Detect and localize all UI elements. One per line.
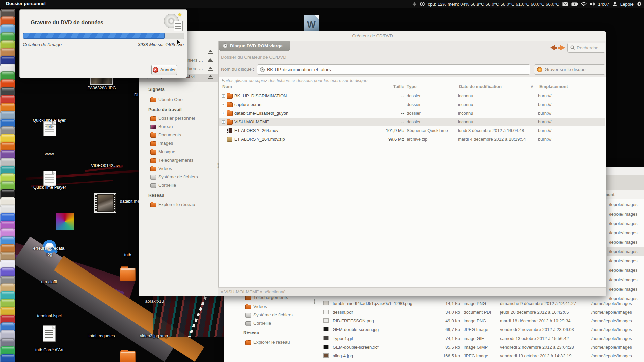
- desktop-icon-label[interactable]: aorakit-1B: [145, 299, 164, 304]
- desktop-folder-icon[interactable]: [120, 351, 136, 362]
- location-cell[interactable]: /lepole/Images: [609, 249, 638, 254]
- location-cell[interactable]: /lepole/Images: [609, 287, 638, 292]
- table-row[interactable]: +BK_UP_DISCRIMINATION--dossierinconnubur…: [219, 92, 605, 100]
- desktop-icon-label[interactable]: tntb: [124, 253, 131, 257]
- table-row[interactable]: ET ALORS ?_264.mov.zip99,6 Moarchive zip…: [219, 135, 605, 144]
- volume-icon[interactable]: [590, 2, 595, 6]
- location-cell[interactable]: /lepole/Images: [609, 202, 638, 207]
- desktop-icon-label[interactable]: VIDEO0142.avi: [91, 163, 120, 168]
- desktop-icon-label[interactable]: Di: [134, 93, 138, 97]
- wifi-icon[interactable]: [581, 2, 587, 6]
- sidebar-item[interactable]: Bureau: [158, 124, 173, 129]
- table-row[interactable]: +databit.me-Elisabeth_guyon--dossierinco…: [219, 109, 605, 118]
- desktop-file-icon[interactable]: [94, 193, 116, 213]
- system-stats-text[interactable]: cpu: 12% mem: 04% 66.8°C 66.0°C 56.0°C 6…: [428, 2, 559, 7]
- splitter-grip-icon[interactable]: ●●●●: [314, 299, 315, 304]
- table-row[interactable]: ET ALORS ?_264.mov101,9 MoSéquence Quick…: [219, 126, 605, 135]
- expander-icon[interactable]: +: [222, 94, 225, 98]
- desktop-file-icon[interactable]: [43, 121, 56, 136]
- desktop-icon-label[interactable]: databit.me: [120, 199, 140, 204]
- sidebar-item[interactable]: Vidéos: [253, 304, 267, 309]
- desktop-icon-label[interactable]: terminal-lspci: [37, 314, 62, 318]
- battery-icon[interactable]: [571, 2, 578, 6]
- location-cell[interactable]: /lepole/Images: [609, 212, 638, 217]
- eject-icon[interactable]: [208, 58, 213, 62]
- eject-icon[interactable]: [208, 67, 213, 71]
- expander-icon[interactable]: +: [222, 112, 225, 115]
- table-row[interactable]: +capture-ecran--dossierinconnuburn:///: [219, 100, 605, 109]
- sidebar-item[interactable]: Images: [158, 141, 173, 146]
- sidebar-item[interactable]: Ubuntu One: [158, 97, 183, 102]
- column-header[interactable]: Date de modification: [459, 84, 502, 89]
- disc-name-input[interactable]: BK-UP-discrimination_et_alors: [257, 64, 530, 75]
- desktop-icon-label[interactable]: total_requetes: [88, 334, 115, 338]
- mail-icon[interactable]: [562, 2, 568, 6]
- desktop-icon-label[interactable]: QuickTime Player.: [33, 118, 67, 123]
- search-button[interactable]: Recherche: [567, 43, 605, 53]
- location-cell[interactable]: /lepole/Images: [609, 258, 638, 263]
- eject-icon[interactable]: [208, 75, 213, 79]
- desktop-file-icon[interactable]: [43, 171, 56, 186]
- desktop-icon-label[interactable]: rita-cioffi: [41, 280, 57, 284]
- device-dvd-button[interactable]: Disque DVD-ROM vierge: [219, 41, 290, 51]
- sidebar-item[interactable]: Téléchargements: [158, 158, 193, 163]
- table-row[interactable]: tumblr_mer94kadJ51qzarx0o1_1280.png14,1 …: [224, 299, 644, 308]
- desktop-icon-label[interactable]: log: [47, 252, 52, 257]
- back-arrow-icon[interactable]: [550, 45, 555, 50]
- desktop-icon-label[interactable]: lnk: [47, 124, 52, 129]
- location-cell[interactable]: /lepole/Images: [609, 230, 638, 235]
- table-row[interactable]: 301_3.pdf215,9 kodocument PDFmercredi 21…: [224, 360, 644, 362]
- workspace-indicator-icon[interactable]: [412, 2, 417, 7]
- sort-chevron-down-icon[interactable]: ∨: [530, 84, 534, 89]
- sidebar-item[interactable]: Système de fichiers: [253, 312, 293, 317]
- user-menu[interactable]: Lepole: [620, 2, 634, 7]
- sidebar-item-device-partial[interactable]: hiers …: [187, 66, 203, 71]
- desktop-icon-label[interactable]: PA063288.JPG: [87, 86, 116, 90]
- forward-arrow-icon[interactable]: [560, 45, 565, 50]
- sidebar-item[interactable]: Vidéos: [158, 166, 172, 171]
- column-header[interactable]: Nom: [222, 84, 232, 89]
- expander-icon[interactable]: +: [222, 103, 225, 106]
- desktop-icon-label[interactable]: erreurs-puredata.: [33, 246, 66, 251]
- sidebar-item[interactable]: Documents: [158, 132, 181, 137]
- indicator-applet-icon[interactable]: [420, 2, 425, 6]
- sidebar-item[interactable]: Dossier personnel: [158, 116, 195, 121]
- window-title[interactable]: Créateur de CD/DVD: [139, 31, 606, 41]
- file-size: --: [373, 118, 404, 126]
- sidebar-item[interactable]: Système de fichiers: [158, 174, 198, 179]
- sidebar-item[interactable]: Corbeille: [253, 321, 271, 326]
- file-date: vendredi 2 novembre 2012 à 23:04:28: [500, 345, 574, 350]
- column-header[interactable]: Emplacement: [539, 84, 568, 89]
- sidebar-item[interactable]: Explorer le réseau: [253, 340, 290, 345]
- column-header[interactable]: Type: [407, 84, 416, 89]
- burn-to-disc-button[interactable]: Graver sur le disque: [534, 64, 605, 75]
- sidebar-item[interactable]: Explorer le réseau: [158, 202, 195, 207]
- location-cell[interactable]: /lepole/Images: [609, 277, 638, 282]
- location-cell[interactable]: /lepole/Images: [609, 268, 638, 273]
- table-row[interactable]: +VISU-MOI-MEME--dossierinconnuburn:///: [219, 118, 605, 126]
- eject-icon[interactable]: [208, 50, 213, 54]
- location-cell[interactable]: /lepole/Images: [609, 221, 638, 226]
- sidebar-item[interactable]: Musique: [158, 149, 175, 154]
- desktop-icon-label[interactable]: QuickTime Player: [33, 185, 66, 190]
- clock[interactable]: 14:07: [598, 2, 609, 7]
- file-name: ET ALORS ?_264.mov.zip: [234, 135, 285, 144]
- desktop-folder-icon[interactable]: [120, 268, 136, 281]
- table-row[interactable]: aling-4.jpg166,5 koJPEG Imagevendredi 19…: [224, 352, 644, 360]
- splitter-grip-icon[interactable]: ●●●●: [217, 163, 218, 168]
- sidebar-item[interactable]: Corbeille: [158, 183, 176, 188]
- expander-icon[interactable]: +: [222, 120, 225, 124]
- cancel-button[interactable]: ✕ Annuler: [151, 65, 177, 75]
- table-row[interactable]: RIB-FREESSON.png49,0 koimage PNGmardi 18…: [224, 317, 644, 325]
- desktop-icon-label[interactable]: video2.jpg.xmp: [140, 334, 168, 338]
- column-header[interactable]: Taille: [373, 84, 404, 89]
- desktop-icon-label[interactable]: tntb Carré d'Art: [35, 348, 63, 352]
- dock-app-icon[interactable]: [0, 354, 15, 362]
- desktop-file-icon[interactable]: [43, 325, 56, 342]
- table-row[interactable]: GEM-double-screen.jpg69,7 koJPEG Imageve…: [224, 325, 644, 334]
- location-cell[interactable]: /lepole/Images: [609, 240, 638, 245]
- gear-icon[interactable]: [637, 1, 642, 7]
- desktop-icon-label[interactable]: www: [45, 152, 54, 156]
- file-type: image PNG: [464, 301, 486, 306]
- sidebar-item-device-partial[interactable]: hiers …: [187, 58, 203, 63]
